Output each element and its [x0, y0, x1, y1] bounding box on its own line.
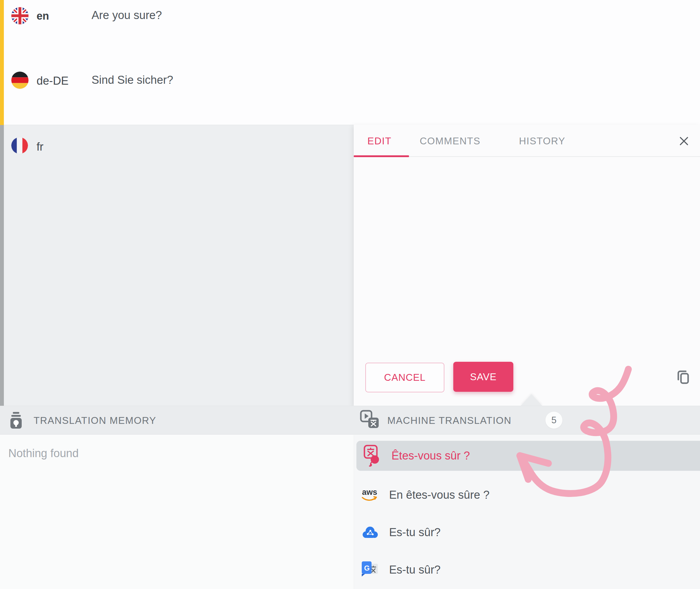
translation-memory-results: Nothing found — [0, 435, 354, 589]
google-logo-text: G — [364, 564, 370, 572]
edit-panel-tab-bar: EDIT COMMENTS HISTORY — [354, 125, 700, 157]
copy-icon[interactable] — [674, 368, 691, 385]
mt-suggestion-row[interactable]: G Es-tu sûr? — [354, 555, 700, 585]
suggestions-notch — [521, 394, 543, 406]
cancel-button[interactable]: CANCEL — [365, 363, 444, 392]
translation-memory-icon — [9, 412, 23, 429]
machine-translation-icon — [360, 410, 380, 428]
language-code-en: en — [36, 10, 49, 22]
translation-memory-title: TRANSLATION MEMORY — [34, 415, 156, 426]
mt-suggestion-text: En êtes-vous sûre ? — [389, 488, 489, 502]
mt-suggestion-row[interactable]: Êtes-vous sûr ? — [357, 441, 700, 471]
france-flag-icon — [11, 137, 28, 154]
uk-flag-icon — [11, 7, 28, 24]
edit-panel: EDIT COMMENTS HISTORY CANCEL SAVE — [354, 125, 700, 407]
language-code-fr: fr — [36, 141, 43, 153]
mt-suggestion-row[interactable]: aws En êtes-vous sûre ? — [354, 480, 700, 510]
mt-suggestion-row[interactable]: Es-tu sûr? — [354, 518, 700, 547]
machine-translation-title: MACHINE TRANSLATION — [387, 415, 512, 426]
active-tab-underline — [354, 155, 409, 157]
mt-suggestion-text: Êtes-vous sûr ? — [392, 449, 470, 462]
cloud-ai-translator-icon — [361, 525, 379, 540]
translation-text-de[interactable]: Sind Sie sicher? — [92, 74, 173, 86]
save-button[interactable]: SAVE — [453, 362, 513, 392]
tab-edit[interactable]: EDIT — [368, 136, 392, 147]
selected-row-edge-bar — [0, 125, 4, 407]
language-code-de: de-DE — [36, 74, 68, 87]
source-text-en[interactable]: Are you sure? — [92, 9, 162, 22]
translation-memory-empty-message: Nothing found — [8, 447, 79, 460]
tab-history[interactable]: HISTORY — [519, 136, 565, 147]
google-translate-icon: G — [361, 561, 379, 579]
machine-translation-results: Êtes-vous sûr ? aws En êtes-vous sûre ? — [354, 435, 700, 589]
close-icon[interactable] — [677, 134, 691, 148]
germany-flag-icon — [11, 71, 28, 89]
machine-translation-count-badge: 5 — [545, 412, 562, 429]
suggestions-header-band: TRANSLATION MEMORY MACHINE TRANSLATION 5 — [0, 406, 700, 434]
aws-translate-icon: aws — [361, 488, 378, 503]
translation-editor-app: en Are you sure? de-DE Sind Sie sicher? … — [0, 0, 700, 589]
lokalise-translate-icon — [364, 445, 381, 467]
aws-logo-text: aws — [362, 488, 377, 497]
mt-suggestion-text: Es-tu sûr? — [389, 526, 440, 539]
tab-comments[interactable]: COMMENTS — [420, 136, 480, 147]
key-status-bar — [0, 0, 4, 125]
mt-suggestion-text: Es-tu sûr? — [389, 563, 440, 576]
translation-edit-area[interactable] — [354, 157, 700, 362]
